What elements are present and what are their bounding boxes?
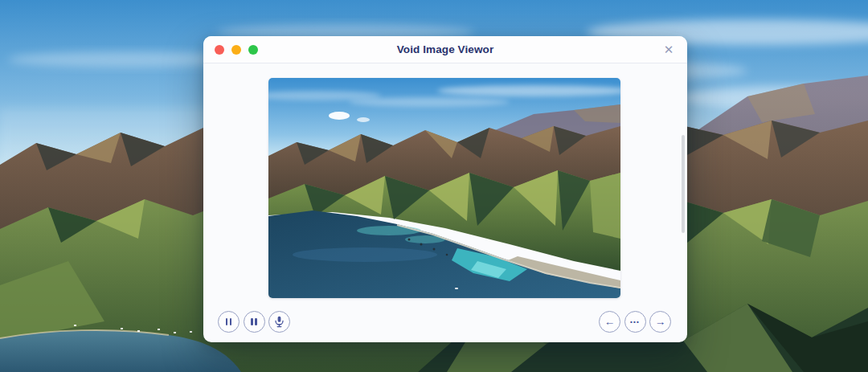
microphone-button[interactable] [268, 311, 290, 333]
pause-icon [251, 318, 257, 325]
image-viewer-window: Void Image Viewor ✕ [203, 36, 687, 342]
forward-button[interactable]: → [649, 311, 671, 333]
back-button[interactable]: ← [599, 311, 620, 333]
toolbar-left [218, 311, 290, 333]
more-options-button[interactable]: ••• [624, 311, 646, 333]
viewed-image [268, 78, 620, 298]
arrow-right-icon: → [655, 317, 666, 328]
close-icon[interactable]: ✕ [661, 36, 677, 63]
ellipsis-icon: ••• [630, 319, 640, 325]
pause-button-2[interactable] [244, 311, 265, 333]
pause-button-1[interactable] [218, 311, 240, 333]
scrollbar-thumb[interactable] [682, 135, 685, 233]
pause-icon [226, 318, 232, 325]
toolbar-right: ← ••• → [599, 311, 671, 333]
titlebar[interactable]: Void Image Viewor ✕ [203, 36, 687, 63]
window-title: Void Image Viewor [203, 43, 687, 55]
arrow-left-icon: ← [604, 317, 616, 328]
microphone-icon [274, 316, 285, 328]
